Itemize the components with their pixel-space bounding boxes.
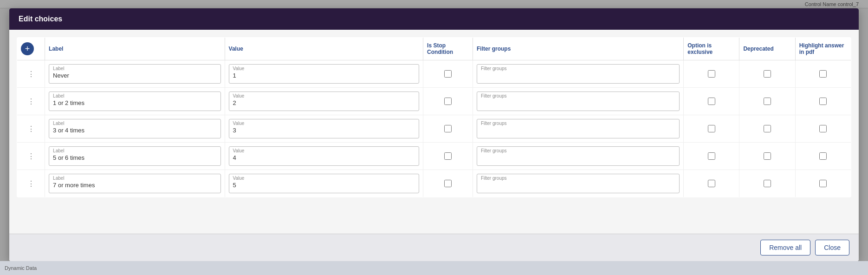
highlight-checkbox[interactable] bbox=[819, 70, 827, 78]
drag-cell: ⋮ bbox=[17, 143, 45, 170]
col-header-highlight: Highlight answer in pdf bbox=[795, 38, 851, 60]
col-header-value: Value bbox=[225, 38, 423, 60]
highlight-checkbox[interactable] bbox=[819, 152, 827, 160]
value-cell: Value bbox=[225, 115, 423, 143]
drag-handle-icon[interactable]: ⋮ bbox=[27, 97, 35, 106]
deprecated-cell bbox=[739, 60, 795, 88]
filter-groups-cell: Filter groups bbox=[473, 143, 683, 170]
exclusive-checkbox[interactable] bbox=[708, 98, 715, 105]
add-row-button[interactable]: + bbox=[21, 42, 34, 55]
drag-handle-icon[interactable]: ⋮ bbox=[27, 124, 35, 133]
label-input[interactable] bbox=[53, 72, 216, 79]
stop-condition-checkbox[interactable] bbox=[444, 180, 452, 187]
label-cell: Label bbox=[45, 170, 225, 197]
stop-condition-cell bbox=[423, 60, 473, 88]
filter-groups-input[interactable] bbox=[481, 72, 675, 79]
value-cell: Value bbox=[225, 60, 423, 88]
drag-handle-icon[interactable]: ⋮ bbox=[27, 70, 35, 79]
label-field-label: Label bbox=[53, 176, 64, 181]
exclusive-cell bbox=[684, 88, 739, 115]
filter-groups-cell: Filter groups bbox=[473, 88, 683, 115]
choices-table: + Label Value Is Stop Condition Filter g… bbox=[17, 37, 851, 197]
highlight-checkbox[interactable] bbox=[819, 180, 827, 187]
modal-footer: Remove all Close bbox=[9, 234, 859, 261]
exclusive-checkbox[interactable] bbox=[708, 70, 715, 78]
filter-groups-input[interactable] bbox=[481, 99, 675, 106]
filter-groups-cell: Filter groups bbox=[473, 115, 683, 143]
highlight-cell bbox=[795, 143, 851, 170]
exclusive-checkbox[interactable] bbox=[708, 125, 715, 132]
filter-groups-input[interactable] bbox=[481, 182, 675, 189]
filter-field-label: Filter groups bbox=[481, 66, 507, 71]
deprecated-checkbox[interactable] bbox=[764, 152, 771, 160]
highlight-cell bbox=[795, 115, 851, 143]
label-input[interactable] bbox=[53, 127, 216, 134]
stop-condition-cell bbox=[423, 88, 473, 115]
stop-condition-checkbox[interactable] bbox=[444, 98, 452, 105]
label-field-label: Label bbox=[53, 121, 64, 126]
modal-body: + Label Value Is Stop Condition Filter g… bbox=[9, 30, 859, 234]
deprecated-checkbox[interactable] bbox=[764, 98, 771, 105]
stop-condition-cell bbox=[423, 115, 473, 143]
label-cell: Label bbox=[45, 88, 225, 115]
stop-condition-checkbox[interactable] bbox=[444, 152, 452, 160]
drag-handle-icon[interactable]: ⋮ bbox=[27, 152, 35, 161]
label-input[interactable] bbox=[53, 182, 216, 189]
stop-condition-checkbox[interactable] bbox=[444, 125, 452, 132]
stop-condition-checkbox[interactable] bbox=[444, 70, 452, 78]
stop-condition-cell bbox=[423, 143, 473, 170]
table-row: ⋮LabelValueFilter groups bbox=[17, 115, 851, 143]
filter-field-label: Filter groups bbox=[481, 93, 507, 98]
value-field-label: Value bbox=[233, 66, 245, 71]
filter-groups-cell: Filter groups bbox=[473, 170, 683, 197]
exclusive-checkbox[interactable] bbox=[708, 152, 715, 160]
label-field-label: Label bbox=[53, 93, 64, 98]
value-field-label: Value bbox=[233, 176, 245, 181]
deprecated-cell bbox=[739, 115, 795, 143]
value-cell: Value bbox=[225, 88, 423, 115]
deprecated-cell bbox=[739, 143, 795, 170]
stop-condition-cell bbox=[423, 170, 473, 197]
value-cell: Value bbox=[225, 143, 423, 170]
value-input[interactable] bbox=[233, 154, 415, 161]
modal-header: Edit choices bbox=[9, 8, 859, 30]
drag-cell: ⋮ bbox=[17, 170, 45, 197]
value-input[interactable] bbox=[233, 99, 415, 106]
deprecated-checkbox[interactable] bbox=[764, 125, 771, 132]
filter-field-label: Filter groups bbox=[481, 121, 507, 126]
exclusive-cell bbox=[684, 143, 739, 170]
exclusive-cell bbox=[684, 115, 739, 143]
col-header-label: Label bbox=[45, 38, 225, 60]
edit-choices-modal: Edit choices + Label Value Is Stop Condi… bbox=[9, 8, 859, 261]
value-field-label: Value bbox=[233, 121, 245, 126]
modal-title: Edit choices bbox=[19, 15, 62, 23]
col-header-filter: Filter groups bbox=[473, 38, 683, 60]
value-input[interactable] bbox=[233, 127, 415, 134]
table-row: ⋮LabelValueFilter groups bbox=[17, 88, 851, 115]
drag-cell: ⋮ bbox=[17, 115, 45, 143]
value-input[interactable] bbox=[233, 182, 415, 189]
filter-field-label: Filter groups bbox=[481, 148, 507, 153]
label-field-label: Label bbox=[53, 148, 64, 153]
remove-all-button[interactable]: Remove all bbox=[760, 240, 810, 255]
label-input[interactable] bbox=[53, 154, 216, 161]
drag-handle-icon[interactable]: ⋮ bbox=[27, 179, 35, 188]
bottom-bar: Dynamic Data bbox=[0, 261, 868, 275]
value-input[interactable] bbox=[233, 72, 415, 79]
close-button[interactable]: Close bbox=[815, 240, 849, 255]
highlight-checkbox[interactable] bbox=[819, 98, 827, 105]
filter-groups-input[interactable] bbox=[481, 127, 675, 134]
highlight-cell bbox=[795, 88, 851, 115]
label-input[interactable] bbox=[53, 99, 216, 106]
highlight-checkbox[interactable] bbox=[819, 125, 827, 132]
deprecated-checkbox[interactable] bbox=[764, 70, 771, 78]
drag-cell: ⋮ bbox=[17, 60, 45, 88]
col-header-exclusive: Option is exclusive bbox=[684, 38, 739, 60]
col-header-stop: Is Stop Condition bbox=[423, 38, 473, 60]
dynamic-data-label: Dynamic Data bbox=[5, 265, 37, 271]
filter-groups-input[interactable] bbox=[481, 154, 675, 161]
deprecated-checkbox[interactable] bbox=[764, 180, 771, 187]
exclusive-checkbox[interactable] bbox=[708, 180, 715, 187]
drag-cell: ⋮ bbox=[17, 88, 45, 115]
label-cell: Label bbox=[45, 143, 225, 170]
